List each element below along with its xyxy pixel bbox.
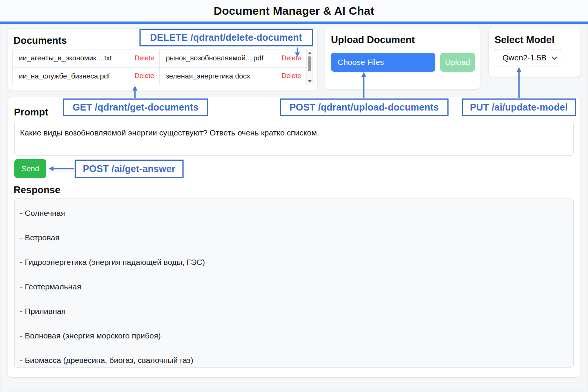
document-row: зеленая_энергетика.docx Delete	[160, 68, 306, 85]
document-filename: ии_агенты_в_экономик....txt	[19, 54, 112, 62]
delete-document-button[interactable]: Delete	[135, 72, 154, 80]
response-item: - Геотермальная	[20, 274, 573, 299]
scroll-up-icon[interactable]	[308, 52, 312, 54]
model-heading: Select Model	[495, 34, 554, 46]
scrollbar-thumb[interactable]	[308, 56, 311, 71]
response-item: - Биомасса (древесина, биогаз, свалочный…	[20, 348, 573, 368]
model-selected-value: Qwen2-1.5B	[502, 53, 547, 62]
prompt-heading: Prompt	[14, 106, 48, 118]
page-title: Document Manager & AI Chat	[214, 5, 374, 17]
model-panel: Select Model Qwen2-1.5B	[489, 27, 580, 77]
response-item: - Ветровая	[20, 225, 573, 250]
delete-document-button[interactable]: Delete	[282, 72, 301, 80]
chat-panel: Prompt Какие виды возобновляемой энергии…	[8, 97, 580, 377]
annotation-get-answer-endpoint: POST /ai/get-answer	[75, 160, 184, 178]
documents-column-2: рынок_возобновляемой....pdf Delete зелен…	[159, 49, 306, 85]
response-output: - Солнечная - Ветровая - Гидроэнергетика…	[14, 198, 574, 368]
app-header: Document Manager & AI Chat	[0, 0, 588, 22]
document-filename: ии_на_службе_бизнеса.pdf	[19, 72, 110, 80]
delete-document-button[interactable]: Delete	[135, 54, 154, 62]
response-heading: Response	[14, 184, 60, 196]
upload-button[interactable]: Upload	[440, 53, 475, 72]
response-item: - Приливная	[20, 299, 573, 323]
document-row: ии_агенты_в_экономик....txt Delete	[13, 49, 159, 68]
response-item: - Солнечная	[20, 201, 573, 225]
document-manager-app: Document Manager & AI Chat Documents ии_…	[0, 0, 588, 392]
annotation-delete-document-endpoint: DELETE /qdrant/delete-document	[139, 29, 313, 46]
documents-heading: Documents	[14, 35, 67, 46]
annotation-upload-documents-endpoint: POST /qdrant/upload-documents	[280, 98, 449, 116]
document-row: ии_на_службе_бизнеса.pdf Delete	[13, 68, 159, 85]
documents-scrollbar[interactable]	[306, 49, 312, 85]
response-item: - Волновая (энергия морского прибоя)	[20, 323, 573, 348]
documents-column-1: ии_агенты_в_экономик....txt Delete ии_на…	[13, 49, 159, 85]
document-filename: зеленая_энергетика.docx	[166, 72, 250, 80]
send-button[interactable]: Send	[14, 159, 46, 178]
upload-heading: Upload Document	[331, 34, 415, 46]
scroll-down-icon[interactable]	[308, 80, 312, 83]
document-filename: рынок_возобновляемой....pdf	[166, 54, 263, 62]
annotation-update-model-endpoint: PUT /ai/update-model	[462, 98, 576, 116]
document-row: рынок_возобновляемой....pdf Delete	[160, 49, 306, 68]
response-item: - Гидроэнергетика (энергия падающей воды…	[20, 250, 573, 274]
header-accent-divider	[0, 22, 588, 24]
upload-panel: Upload Document Choose Files Upload	[325, 27, 480, 89]
choose-files-button[interactable]: Choose Files	[331, 53, 435, 72]
delete-document-button[interactable]: Delete	[282, 54, 301, 62]
model-select[interactable]: Qwen2-1.5B	[494, 49, 562, 66]
chevron-down-icon	[551, 55, 557, 61]
documents-table: ии_агенты_в_экономик....txt Delete ии_на…	[12, 49, 312, 85]
annotation-get-documents-endpoint: GET /qdrant/get-documents	[63, 98, 208, 116]
prompt-input[interactable]: Какие виды возобновляемой энергии сущест…	[14, 121, 574, 156]
